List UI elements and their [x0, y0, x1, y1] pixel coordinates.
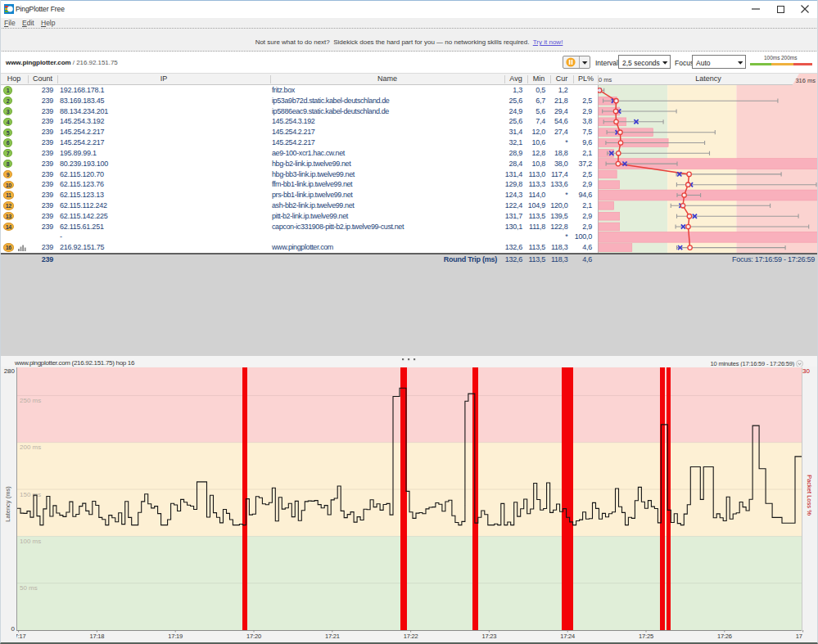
svg-text:50 ms: 50 ms: [20, 584, 38, 592]
svg-text:0: 0: [11, 625, 16, 633]
svg-text:Latency (ms): Latency (ms): [4, 486, 11, 522]
svg-text:17:20: 17:20: [246, 633, 261, 640]
svg-text:316 ms: 316 ms: [795, 77, 816, 84]
svg-text:17:25: 17:25: [639, 633, 653, 640]
svg-text:17:26: 17:26: [717, 633, 732, 640]
svg-text:17:18: 17:18: [90, 633, 105, 640]
svg-text:17:23: 17:23: [482, 633, 497, 640]
svg-text:17:22: 17:22: [404, 633, 418, 640]
svg-text:30: 30: [802, 367, 810, 375]
svg-text:280: 280: [4, 367, 16, 375]
svg-text:100 ms: 100 ms: [20, 538, 41, 545]
svg-text:17:21: 17:21: [325, 633, 340, 640]
svg-text:250 ms: 250 ms: [20, 397, 41, 404]
svg-text:200 ms: 200 ms: [20, 444, 41, 451]
svg-text:17:24: 17:24: [560, 633, 575, 640]
svg-text:Packet Loss %: Packet Loss %: [806, 475, 813, 516]
svg-text:17:19: 17:19: [168, 633, 183, 640]
svg-text:150 ms: 150 ms: [20, 491, 41, 498]
